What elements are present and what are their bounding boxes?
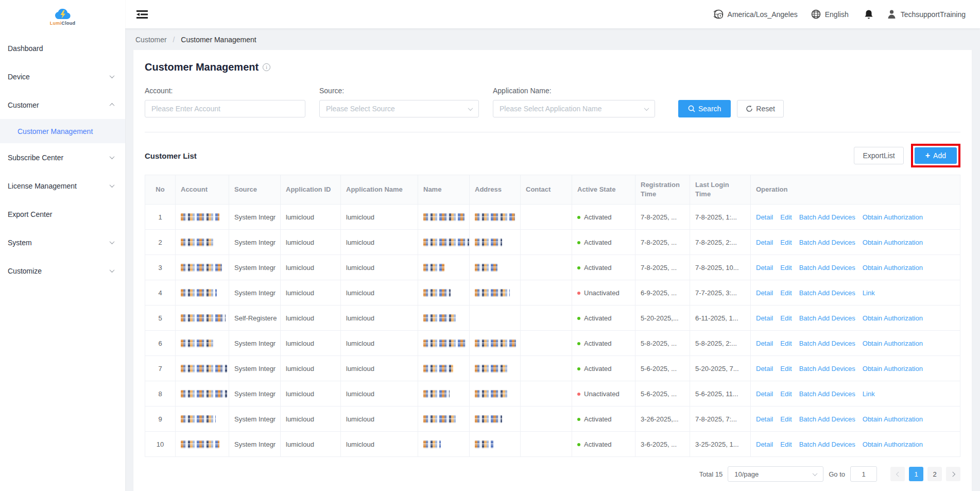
redacted-name bbox=[423, 289, 451, 297]
operation-link-obtain-authorization[interactable]: Obtain Authorization bbox=[863, 340, 923, 347]
chevron-left-icon bbox=[896, 471, 901, 477]
info-icon[interactable]: i bbox=[263, 63, 270, 71]
operation-link-obtain-authorization[interactable]: Obtain Authorization bbox=[863, 365, 923, 373]
export-list-label: ExportList bbox=[863, 151, 895, 160]
registration-time: 5-6-2025, ... bbox=[641, 365, 677, 373]
reset-button[interactable]: Reset bbox=[737, 100, 784, 117]
sidebar-item-customer-management[interactable]: Customer Management bbox=[0, 119, 125, 143]
row-application-id: lumicloud bbox=[286, 264, 314, 272]
sidebar-item-customize[interactable]: Customize bbox=[0, 257, 125, 285]
operation-link-batch-add-devices[interactable]: Batch Add Devices bbox=[799, 365, 855, 373]
sidebar-item-customer[interactable]: Customer bbox=[0, 91, 125, 119]
row-application-name: lumicloud bbox=[346, 340, 374, 347]
operation-link-link[interactable]: Link bbox=[863, 289, 875, 297]
chevron-down-icon bbox=[110, 73, 115, 78]
operation-link-detail[interactable]: Detail bbox=[756, 264, 773, 272]
operation-link-obtain-authorization[interactable]: Obtain Authorization bbox=[863, 264, 923, 272]
operation-link-detail[interactable]: Detail bbox=[756, 415, 773, 423]
operation-link-obtain-authorization[interactable]: Obtain Authorization bbox=[863, 415, 923, 423]
annotation-red-box: + Add bbox=[911, 144, 960, 167]
operation-link-detail[interactable]: Detail bbox=[756, 441, 773, 448]
operation-cell: DetailEditBatch Add DevicesObtain Author… bbox=[751, 230, 960, 255]
user-icon bbox=[887, 9, 897, 19]
operation-link-obtain-authorization[interactable]: Obtain Authorization bbox=[863, 441, 923, 448]
operation-link-obtain-authorization[interactable]: Obtain Authorization bbox=[863, 239, 923, 246]
page-size-select[interactable]: 10/page bbox=[728, 466, 823, 482]
application-name-select[interactable]: Please Select Application Name bbox=[493, 100, 655, 117]
redacted-address bbox=[475, 264, 497, 272]
list-title: Customer List bbox=[145, 151, 197, 160]
operation-link-edit[interactable]: Edit bbox=[780, 415, 792, 423]
operation-link-batch-add-devices[interactable]: Batch Add Devices bbox=[799, 340, 855, 347]
page-1-button[interactable]: 1 bbox=[909, 467, 923, 481]
operation-link-batch-add-devices[interactable]: Batch Add Devices bbox=[799, 289, 855, 297]
language-selector[interactable]: English bbox=[811, 9, 849, 19]
operation-link-obtain-authorization[interactable]: Obtain Authorization bbox=[863, 314, 923, 322]
sidebar-item-dashboard[interactable]: Dashboard bbox=[0, 34, 125, 62]
operation-link-obtain-authorization[interactable]: Obtain Authorization bbox=[863, 213, 923, 221]
operation-link-batch-add-devices[interactable]: Batch Add Devices bbox=[799, 390, 855, 398]
prev-page-button[interactable] bbox=[890, 467, 905, 481]
operation-link-detail[interactable]: Detail bbox=[756, 289, 773, 297]
breadcrumb: Customer / Customer Management bbox=[135, 36, 972, 44]
operation-link-edit[interactable]: Edit bbox=[780, 289, 792, 297]
customer-management-panel: Customer Management i Account: Source: P… bbox=[133, 50, 972, 491]
sidebar: LumiCloud Dashboard Device Customer Cust… bbox=[0, 0, 125, 491]
source-select[interactable]: Please Select Source bbox=[319, 100, 479, 117]
page-2-button[interactable]: 2 bbox=[927, 467, 942, 481]
sidebar-item-export-center[interactable]: Export Center bbox=[0, 200, 125, 228]
operation-link-edit[interactable]: Edit bbox=[780, 365, 792, 373]
registration-time: 7-8-2025, ... bbox=[641, 264, 677, 272]
operation-link-edit[interactable]: Edit bbox=[780, 264, 792, 272]
operation-link-detail[interactable]: Detail bbox=[756, 390, 773, 398]
operation-link-link[interactable]: Link bbox=[863, 390, 875, 398]
operation-link-detail[interactable]: Detail bbox=[756, 213, 773, 221]
operation-link-detail[interactable]: Detail bbox=[756, 314, 773, 322]
operation-link-batch-add-devices[interactable]: Batch Add Devices bbox=[799, 441, 855, 448]
add-button[interactable]: + Add bbox=[915, 147, 957, 164]
registration-time: 5-8-2025, ... bbox=[641, 340, 677, 347]
operation-link-detail[interactable]: Detail bbox=[756, 340, 773, 347]
timezone-selector[interactable]: America/Los_Angeles bbox=[714, 9, 798, 19]
operation-link-edit[interactable]: Edit bbox=[780, 239, 792, 246]
operation-link-edit[interactable]: Edit bbox=[780, 213, 792, 221]
column-header: Name bbox=[418, 175, 470, 205]
notifications-button[interactable] bbox=[864, 9, 873, 20]
export-list-button[interactable]: ExportList bbox=[854, 147, 903, 164]
row-application-id: lumicloud bbox=[286, 365, 314, 373]
operation-link-detail[interactable]: Detail bbox=[756, 365, 773, 373]
add-button-label: Add bbox=[933, 151, 946, 160]
chevron-up-icon bbox=[110, 103, 115, 108]
breadcrumb-customer[interactable]: Customer bbox=[135, 36, 167, 44]
collapse-sidebar-icon[interactable] bbox=[136, 10, 148, 19]
row-application-name: lumicloud bbox=[346, 365, 374, 373]
redacted-name bbox=[423, 314, 456, 322]
application-name-label: Application Name: bbox=[493, 87, 655, 95]
row-source: System Integr bbox=[234, 289, 276, 297]
operation-link-batch-add-devices[interactable]: Batch Add Devices bbox=[799, 213, 855, 221]
operation-link-batch-add-devices[interactable]: Batch Add Devices bbox=[799, 264, 855, 272]
table-row: 3 System Integr lumicloud lumicloud Acti… bbox=[145, 255, 960, 280]
operation-link-edit[interactable]: Edit bbox=[780, 441, 792, 448]
operation-link-edit[interactable]: Edit bbox=[780, 314, 792, 322]
operation-cell: DetailEditBatch Add DevicesObtain Author… bbox=[751, 356, 960, 381]
operation-link-batch-add-devices[interactable]: Batch Add Devices bbox=[799, 415, 855, 423]
operation-link-edit[interactable]: Edit bbox=[780, 340, 792, 347]
table-header-row: NoAccountSourceApplication IDApplication… bbox=[145, 175, 960, 205]
search-button[interactable]: Search bbox=[678, 100, 731, 117]
redacted-name bbox=[423, 340, 466, 347]
user-menu[interactable]: TechsupportTraining bbox=[887, 9, 966, 19]
account-input[interactable] bbox=[145, 100, 305, 117]
breadcrumb-customer-management: Customer Management bbox=[181, 36, 256, 44]
sidebar-item-device[interactable]: Device bbox=[0, 62, 125, 91]
operation-link-batch-add-devices[interactable]: Batch Add Devices bbox=[799, 239, 855, 246]
operation-link-edit[interactable]: Edit bbox=[780, 390, 792, 398]
next-page-button[interactable] bbox=[946, 467, 960, 481]
goto-page-input[interactable] bbox=[850, 466, 877, 482]
sidebar-item-subscribe-center[interactable]: Subscribe Center bbox=[0, 143, 125, 172]
sidebar-item-system[interactable]: System bbox=[0, 228, 125, 257]
operation-link-batch-add-devices[interactable]: Batch Add Devices bbox=[799, 314, 855, 322]
operation-link-detail[interactable]: Detail bbox=[756, 239, 773, 246]
sidebar-item-license-management[interactable]: License Management bbox=[0, 172, 125, 200]
chevron-right-icon bbox=[950, 471, 955, 477]
